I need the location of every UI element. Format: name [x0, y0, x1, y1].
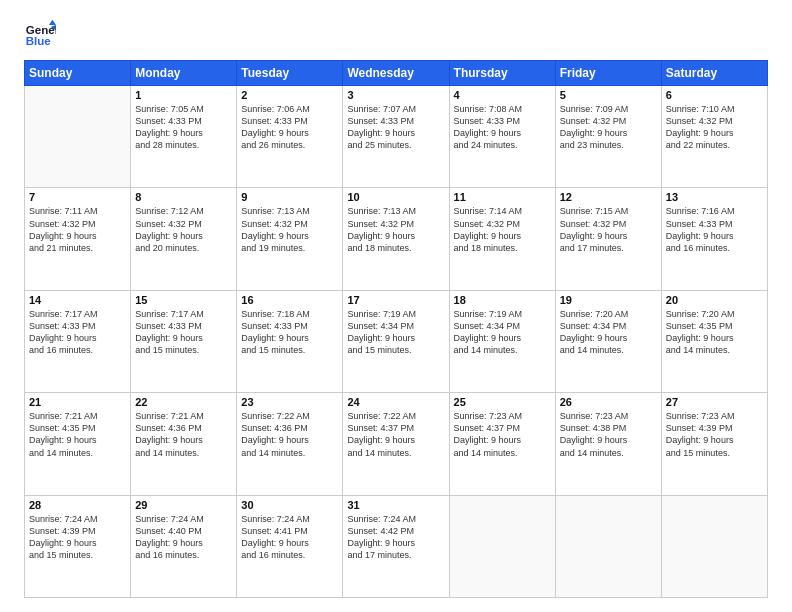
day-number: 17 — [347, 294, 444, 306]
day-cell: 7Sunrise: 7:11 AM Sunset: 4:32 PM Daylig… — [25, 188, 131, 290]
day-number: 7 — [29, 191, 126, 203]
day-cell: 15Sunrise: 7:17 AM Sunset: 4:33 PM Dayli… — [131, 290, 237, 392]
day-cell: 4Sunrise: 7:08 AM Sunset: 4:33 PM Daylig… — [449, 86, 555, 188]
day-cell: 12Sunrise: 7:15 AM Sunset: 4:32 PM Dayli… — [555, 188, 661, 290]
day-number: 20 — [666, 294, 763, 306]
day-info: Sunrise: 7:09 AM Sunset: 4:32 PM Dayligh… — [560, 103, 657, 152]
day-cell — [449, 495, 555, 597]
day-number: 13 — [666, 191, 763, 203]
day-number: 14 — [29, 294, 126, 306]
day-number: 6 — [666, 89, 763, 101]
day-number: 24 — [347, 396, 444, 408]
day-number: 1 — [135, 89, 232, 101]
day-cell: 5Sunrise: 7:09 AM Sunset: 4:32 PM Daylig… — [555, 86, 661, 188]
logo: General Blue — [24, 18, 56, 50]
day-info: Sunrise: 7:20 AM Sunset: 4:34 PM Dayligh… — [560, 308, 657, 357]
day-cell: 28Sunrise: 7:24 AM Sunset: 4:39 PM Dayli… — [25, 495, 131, 597]
day-number: 26 — [560, 396, 657, 408]
day-info: Sunrise: 7:12 AM Sunset: 4:32 PM Dayligh… — [135, 205, 232, 254]
day-number: 18 — [454, 294, 551, 306]
day-number: 21 — [29, 396, 126, 408]
day-info: Sunrise: 7:22 AM Sunset: 4:37 PM Dayligh… — [347, 410, 444, 459]
day-cell: 22Sunrise: 7:21 AM Sunset: 4:36 PM Dayli… — [131, 393, 237, 495]
day-cell: 2Sunrise: 7:06 AM Sunset: 4:33 PM Daylig… — [237, 86, 343, 188]
day-cell: 17Sunrise: 7:19 AM Sunset: 4:34 PM Dayli… — [343, 290, 449, 392]
svg-text:Blue: Blue — [26, 35, 52, 47]
day-cell: 14Sunrise: 7:17 AM Sunset: 4:33 PM Dayli… — [25, 290, 131, 392]
day-cell: 26Sunrise: 7:23 AM Sunset: 4:38 PM Dayli… — [555, 393, 661, 495]
day-info: Sunrise: 7:17 AM Sunset: 4:33 PM Dayligh… — [135, 308, 232, 357]
day-info: Sunrise: 7:19 AM Sunset: 4:34 PM Dayligh… — [347, 308, 444, 357]
day-info: Sunrise: 7:17 AM Sunset: 4:33 PM Dayligh… — [29, 308, 126, 357]
day-info: Sunrise: 7:21 AM Sunset: 4:35 PM Dayligh… — [29, 410, 126, 459]
week-row-3: 14Sunrise: 7:17 AM Sunset: 4:33 PM Dayli… — [25, 290, 768, 392]
day-number: 29 — [135, 499, 232, 511]
day-number: 16 — [241, 294, 338, 306]
week-row-2: 7Sunrise: 7:11 AM Sunset: 4:32 PM Daylig… — [25, 188, 768, 290]
day-cell: 8Sunrise: 7:12 AM Sunset: 4:32 PM Daylig… — [131, 188, 237, 290]
day-number: 10 — [347, 191, 444, 203]
weekday-header-friday: Friday — [555, 61, 661, 86]
day-number: 25 — [454, 396, 551, 408]
day-info: Sunrise: 7:22 AM Sunset: 4:36 PM Dayligh… — [241, 410, 338, 459]
day-cell: 25Sunrise: 7:23 AM Sunset: 4:37 PM Dayli… — [449, 393, 555, 495]
weekday-header-monday: Monday — [131, 61, 237, 86]
day-number: 22 — [135, 396, 232, 408]
day-info: Sunrise: 7:15 AM Sunset: 4:32 PM Dayligh… — [560, 205, 657, 254]
day-cell — [555, 495, 661, 597]
day-number: 5 — [560, 89, 657, 101]
weekday-header-wednesday: Wednesday — [343, 61, 449, 86]
weekday-header-tuesday: Tuesday — [237, 61, 343, 86]
day-cell: 18Sunrise: 7:19 AM Sunset: 4:34 PM Dayli… — [449, 290, 555, 392]
day-cell: 16Sunrise: 7:18 AM Sunset: 4:33 PM Dayli… — [237, 290, 343, 392]
day-cell: 3Sunrise: 7:07 AM Sunset: 4:33 PM Daylig… — [343, 86, 449, 188]
day-info: Sunrise: 7:24 AM Sunset: 4:41 PM Dayligh… — [241, 513, 338, 562]
weekday-header-thursday: Thursday — [449, 61, 555, 86]
day-cell: 21Sunrise: 7:21 AM Sunset: 4:35 PM Dayli… — [25, 393, 131, 495]
day-info: Sunrise: 7:07 AM Sunset: 4:33 PM Dayligh… — [347, 103, 444, 152]
day-cell: 30Sunrise: 7:24 AM Sunset: 4:41 PM Dayli… — [237, 495, 343, 597]
day-cell: 10Sunrise: 7:13 AM Sunset: 4:32 PM Dayli… — [343, 188, 449, 290]
day-info: Sunrise: 7:08 AM Sunset: 4:33 PM Dayligh… — [454, 103, 551, 152]
day-cell: 13Sunrise: 7:16 AM Sunset: 4:33 PM Dayli… — [661, 188, 767, 290]
day-cell: 20Sunrise: 7:20 AM Sunset: 4:35 PM Dayli… — [661, 290, 767, 392]
week-row-5: 28Sunrise: 7:24 AM Sunset: 4:39 PM Dayli… — [25, 495, 768, 597]
day-cell: 9Sunrise: 7:13 AM Sunset: 4:32 PM Daylig… — [237, 188, 343, 290]
day-info: Sunrise: 7:14 AM Sunset: 4:32 PM Dayligh… — [454, 205, 551, 254]
day-info: Sunrise: 7:10 AM Sunset: 4:32 PM Dayligh… — [666, 103, 763, 152]
day-info: Sunrise: 7:24 AM Sunset: 4:42 PM Dayligh… — [347, 513, 444, 562]
weekday-header-sunday: Sunday — [25, 61, 131, 86]
day-number: 27 — [666, 396, 763, 408]
day-info: Sunrise: 7:20 AM Sunset: 4:35 PM Dayligh… — [666, 308, 763, 357]
day-number: 2 — [241, 89, 338, 101]
day-info: Sunrise: 7:21 AM Sunset: 4:36 PM Dayligh… — [135, 410, 232, 459]
day-number: 11 — [454, 191, 551, 203]
day-info: Sunrise: 7:23 AM Sunset: 4:39 PM Dayligh… — [666, 410, 763, 459]
day-info: Sunrise: 7:11 AM Sunset: 4:32 PM Dayligh… — [29, 205, 126, 254]
day-info: Sunrise: 7:05 AM Sunset: 4:33 PM Dayligh… — [135, 103, 232, 152]
week-row-1: 1Sunrise: 7:05 AM Sunset: 4:33 PM Daylig… — [25, 86, 768, 188]
day-cell: 6Sunrise: 7:10 AM Sunset: 4:32 PM Daylig… — [661, 86, 767, 188]
day-cell: 27Sunrise: 7:23 AM Sunset: 4:39 PM Dayli… — [661, 393, 767, 495]
day-info: Sunrise: 7:23 AM Sunset: 4:38 PM Dayligh… — [560, 410, 657, 459]
day-info: Sunrise: 7:18 AM Sunset: 4:33 PM Dayligh… — [241, 308, 338, 357]
header: General Blue — [24, 18, 768, 50]
day-cell: 23Sunrise: 7:22 AM Sunset: 4:36 PM Dayli… — [237, 393, 343, 495]
day-cell: 31Sunrise: 7:24 AM Sunset: 4:42 PM Dayli… — [343, 495, 449, 597]
svg-marker-2 — [49, 20, 56, 25]
logo-icon: General Blue — [24, 18, 56, 50]
day-info: Sunrise: 7:13 AM Sunset: 4:32 PM Dayligh… — [347, 205, 444, 254]
day-number: 23 — [241, 396, 338, 408]
day-info: Sunrise: 7:19 AM Sunset: 4:34 PM Dayligh… — [454, 308, 551, 357]
day-info: Sunrise: 7:13 AM Sunset: 4:32 PM Dayligh… — [241, 205, 338, 254]
day-number: 30 — [241, 499, 338, 511]
day-number: 15 — [135, 294, 232, 306]
day-info: Sunrise: 7:23 AM Sunset: 4:37 PM Dayligh… — [454, 410, 551, 459]
day-cell: 24Sunrise: 7:22 AM Sunset: 4:37 PM Dayli… — [343, 393, 449, 495]
day-number: 9 — [241, 191, 338, 203]
calendar-table: SundayMondayTuesdayWednesdayThursdayFrid… — [24, 60, 768, 598]
day-number: 3 — [347, 89, 444, 101]
day-cell — [661, 495, 767, 597]
day-cell: 29Sunrise: 7:24 AM Sunset: 4:40 PM Dayli… — [131, 495, 237, 597]
day-cell: 19Sunrise: 7:20 AM Sunset: 4:34 PM Dayli… — [555, 290, 661, 392]
